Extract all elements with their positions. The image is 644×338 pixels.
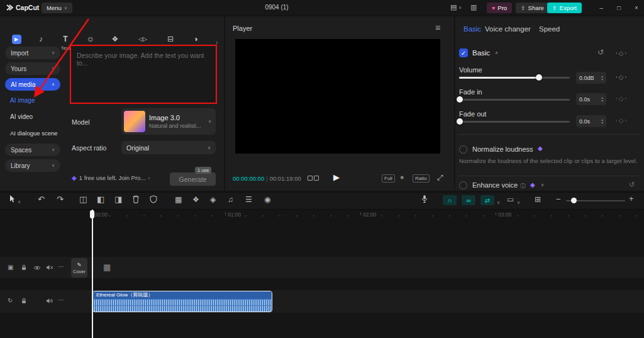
- record-icon[interactable]: ◉: [264, 195, 270, 204]
- frame-compare-icon[interactable]: [308, 176, 319, 181]
- generate-button[interactable]: Generate: [170, 172, 216, 186]
- audio-levels-icon[interactable]: ☰: [245, 195, 252, 204]
- model-dropdown[interactable]: Image 3.0 Natural and realisti... ∨: [121, 108, 216, 135]
- step-down-icon[interactable]: ▾: [601, 121, 603, 125]
- tabs-overflow-chevron[interactable]: ›: [216, 39, 218, 46]
- sidebar-item-yours[interactable]: Yours ∨: [5, 62, 60, 75]
- video-track[interactable]: [0, 257, 644, 278]
- delete-icon[interactable]: [132, 195, 140, 203]
- reset-icon[interactable]: ↺: [629, 181, 635, 189]
- preview-axis-icon[interactable]: ⊞: [535, 195, 541, 204]
- export-button[interactable]: ⇧ Export: [547, 3, 582, 13]
- free-use-banner[interactable]: ◆ 1 free use left. Join Pro... ›: [72, 174, 150, 181]
- inspector-tab-speed[interactable]: Speed: [539, 25, 560, 33]
- play-button[interactable]: ▶: [333, 172, 340, 182]
- audio-clip[interactable]: Ethereal Glow（剪辑版）: [92, 291, 272, 312]
- redo-icon[interactable]: ↷: [57, 195, 64, 204]
- sidebar-item-ai-image[interactable]: AI image: [5, 95, 65, 105]
- minimize-button[interactable]: –: [595, 2, 608, 13]
- select-tool-chevron[interactable]: ∨: [18, 198, 21, 206]
- layout-toggle-b[interactable]: ▥: [470, 3, 477, 11]
- lock-icon[interactable]: [21, 264, 27, 271]
- extract-audio-icon[interactable]: ♫: [228, 195, 233, 204]
- sidebar-item-import[interactable]: Import ∨: [5, 47, 60, 59]
- film-placeholder-icon[interactable]: ▦: [103, 262, 111, 272]
- microphone-icon[interactable]: [421, 194, 428, 203]
- playhead-line[interactable]: [92, 210, 93, 338]
- speaker-icon[interactable]: [46, 298, 53, 304]
- sidebar-item-library[interactable]: Library ∨: [5, 159, 60, 172]
- reset-icon[interactable]: ↺: [597, 48, 604, 57]
- layout-toggle-a[interactable]: ▤ ∨: [450, 3, 462, 11]
- focus-target-icon[interactable]: ⌖: [400, 173, 404, 182]
- step-down-icon[interactable]: ▾: [601, 99, 603, 103]
- view-options-chevron[interactable]: ∨: [517, 198, 520, 207]
- sidebar-item-ai-media[interactable]: AI media ∧: [5, 78, 60, 91]
- volume-value-box[interactable]: 0.0dB ▴▾: [576, 72, 606, 84]
- delete-right-icon[interactable]: ◨: [114, 195, 122, 204]
- volume-keyframe-control[interactable]: ‹ ◇ ›: [616, 74, 626, 81]
- toggle-group-chevron[interactable]: ∨: [497, 198, 500, 207]
- view-options-icon[interactable]: ▭: [507, 195, 514, 204]
- sidebar-item-ai-video[interactable]: AI video: [5, 111, 65, 121]
- fade-in-keyframe-control[interactable]: ‹ ◇ ›: [616, 95, 626, 102]
- undo-icon[interactable]: ↶: [38, 195, 45, 204]
- maximize-button[interactable]: □: [613, 2, 625, 13]
- eye-icon[interactable]: [33, 265, 41, 271]
- inspector-tab-voice-changer[interactable]: Voice changer: [485, 25, 531, 33]
- smart-tools-icon[interactable]: ❖: [192, 195, 199, 204]
- select-tool-icon[interactable]: [9, 194, 15, 203]
- basic-section-checkbox[interactable]: ✓: [459, 48, 468, 57]
- zoom-in-icon[interactable]: +: [629, 194, 634, 203]
- video-preview[interactable]: [235, 39, 440, 154]
- fade-out-slider-thumb[interactable]: [457, 118, 463, 125]
- timeline-zoom-thumb[interactable]: [571, 198, 577, 203]
- track-more-icon[interactable]: ⋯: [58, 296, 64, 303]
- fade-out-slider[interactable]: [459, 121, 570, 123]
- track-loop-icon[interactable]: ↻: [8, 297, 13, 304]
- share-button[interactable]: ⇧ Share: [516, 3, 549, 13]
- normalize-loudness-checkbox[interactable]: [459, 145, 467, 154]
- document-title: 0904 (1): [239, 4, 314, 11]
- pro-button[interactable]: ♥ Pro: [487, 3, 512, 13]
- volume-slider-thumb[interactable]: [536, 74, 542, 81]
- fade-in-slider-thumb[interactable]: [457, 96, 463, 103]
- keyframe-tool-icon[interactable]: ◈: [210, 195, 216, 204]
- section-collapse-chevron[interactable]: ∧: [495, 50, 498, 55]
- sidebar-item-spaces[interactable]: Spaces ∨: [5, 144, 60, 156]
- fade-in-value-box[interactable]: 0.0s ▴▾: [576, 93, 606, 105]
- chevron-down-icon[interactable]: ∨: [541, 183, 544, 188]
- split-icon[interactable]: ◫: [79, 195, 87, 204]
- fade-out-value-box[interactable]: 0.0s ▴▾: [576, 115, 606, 127]
- track-thumbnail-icon[interactable]: ▣: [8, 264, 13, 271]
- auto-ripple-toggle[interactable]: ∞: [462, 195, 475, 205]
- zoom-out-icon[interactable]: −: [556, 195, 561, 204]
- volume-slider[interactable]: [459, 77, 570, 79]
- mute-speaker-icon[interactable]: [46, 264, 53, 271]
- step-down-icon[interactable]: ▾: [601, 78, 603, 81]
- track-more-icon[interactable]: ⋯: [58, 263, 64, 270]
- main-track-magnet-toggle[interactable]: ∩: [443, 195, 457, 205]
- ai-prompt-input[interactable]: [72, 47, 215, 102]
- player-panel: Player ≡ 00:00:00:00 | 00:01:19:00 ▶ Ful…: [225, 16, 454, 191]
- fade-in-slider[interactable]: [459, 99, 570, 101]
- enhance-voice-checkbox[interactable]: [459, 181, 467, 189]
- cover-button[interactable]: ✎ Cover: [71, 258, 87, 278]
- aspect-ratio-dropdown[interactable]: Original ∨: [121, 141, 216, 154]
- ratio-button[interactable]: Ratio: [413, 174, 430, 183]
- fade-out-keyframe-control[interactable]: ‹ ◇ ›: [616, 117, 626, 124]
- linked-selection-toggle[interactable]: ⇄: [480, 195, 494, 205]
- playhead-handle[interactable]: [90, 210, 94, 218]
- mask-icon[interactable]: [150, 195, 157, 203]
- player-menu-icon[interactable]: ≡: [435, 23, 440, 33]
- close-button[interactable]: ×: [630, 2, 643, 13]
- inspector-tab-basic[interactable]: Basic: [464, 25, 481, 33]
- sidebar-item-ai-dialogue-scene[interactable]: AI dialogue scene: [5, 128, 65, 138]
- lock-icon[interactable]: [21, 298, 27, 304]
- menu-button[interactable]: Menu ∨: [42, 3, 72, 13]
- full-preview-button[interactable]: Full: [382, 174, 395, 183]
- fullscreen-icon[interactable]: ⤢: [437, 173, 443, 182]
- delete-left-icon[interactable]: ◧: [97, 195, 104, 204]
- freeze-frame-icon[interactable]: ▦: [175, 195, 182, 204]
- section-keyframe-control[interactable]: ‹ ◇ ›: [616, 50, 626, 57]
